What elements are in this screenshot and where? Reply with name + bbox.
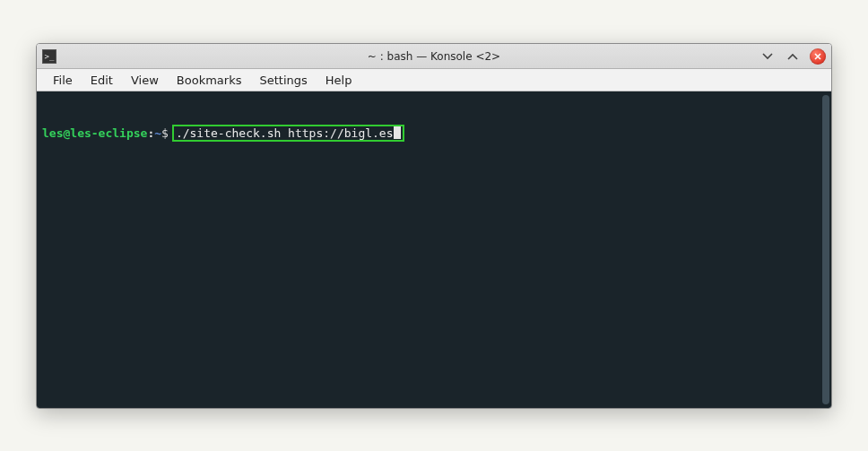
prompt-path: ~ — [154, 126, 161, 141]
window-title: ~ : bash — Konsole <2> — [37, 50, 831, 63]
titlebar[interactable]: >_ ~ : bash — Konsole <2> — [37, 44, 831, 69]
prompt-colon: : — [147, 126, 154, 141]
command-text: ./site-check.sh https://bigl.es — [176, 126, 394, 141]
app-icon: >_ — [42, 49, 56, 64]
menubar: File Edit View Bookmarks Settings Help — [37, 69, 831, 91]
prompt-symbol: $ — [161, 126, 169, 141]
maximize-button[interactable] — [785, 48, 801, 65]
menu-settings[interactable]: Settings — [250, 71, 316, 90]
menu-edit[interactable]: Edit — [82, 71, 122, 90]
close-button[interactable] — [810, 48, 826, 65]
prompt-user: les — [42, 126, 63, 141]
prompt-at: @ — [63, 126, 70, 141]
scrollbar[interactable] — [822, 95, 829, 404]
minimize-button[interactable] — [760, 48, 776, 65]
cursor-icon — [394, 126, 401, 139]
command-highlight: ./site-check.sh https://bigl.es — [172, 125, 404, 142]
konsole-window: >_ ~ : bash — Konsole <2> File Edit View… — [36, 43, 832, 409]
window-controls — [760, 48, 826, 65]
menu-help[interactable]: Help — [317, 71, 361, 90]
menu-file[interactable]: File — [44, 71, 82, 90]
prompt-host: les-eclipse — [70, 126, 147, 141]
menu-view[interactable]: View — [122, 71, 168, 90]
terminal-area[interactable]: les@les-eclipse:~$ ./site-check.sh https… — [37, 91, 831, 408]
terminal-line: les@les-eclipse:~$ ./site-check.sh https… — [42, 126, 826, 141]
menu-bookmarks[interactable]: Bookmarks — [168, 71, 251, 90]
